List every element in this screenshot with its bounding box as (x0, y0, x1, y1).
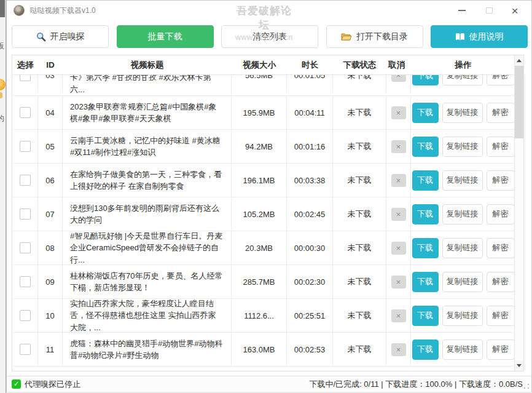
scrollbar-thumb[interactable] (515, 66, 523, 138)
copy-link-button[interactable]: 复制链接 (442, 339, 483, 360)
row-title: 卡》第六季 #甘孜的甘孜 #欢乐大林卡第六... (63, 75, 232, 96)
header-title: 视频标题 (63, 60, 232, 71)
open-download-dir-button[interactable]: 打开下载目录 (326, 25, 423, 48)
x-icon: × (396, 346, 401, 354)
table-row: 11 虎猫：森林中的幽灵猎手#动物世界#动物科普#动物纪录片#野生动物 163.… (12, 333, 515, 367)
x-icon: × (396, 312, 401, 320)
cancel-button[interactable]: × (391, 208, 406, 221)
header-size: 视频大小 (232, 60, 287, 71)
table-row: 06 在家给狗子做美食的第一天，三种零食，看上很好吃的样子 在家自制狗零食 19… (12, 164, 515, 197)
clear-list-label: 清空列表 (252, 31, 287, 42)
decrypt-button[interactable]: 解密 (487, 339, 515, 360)
cancel-button[interactable]: × (391, 242, 406, 255)
cancel-button[interactable]: × (391, 140, 406, 153)
x-icon: × (396, 109, 401, 117)
row-checkbox[interactable] (20, 208, 31, 220)
background-window-fragment (0, 0, 5, 17)
start-sniff-button[interactable]: 开启嗅探 (12, 25, 109, 48)
row-title: 实拍山西乔家大院，豪华程度让人瞠目结舌，怪不得慈禧也想住这里 实拍山西乔家大院，… (63, 299, 232, 332)
cancel-button[interactable]: × (391, 174, 406, 187)
row-duration: 00:03:38 (287, 164, 333, 197)
minimize-icon (458, 10, 466, 11)
arrow-down-icon (517, 364, 522, 367)
video-table: 选择 ID 视频标题 视频大小 时长 下载状态 取消 操作 03 卡》第六季 #… (12, 55, 524, 371)
batch-download-button[interactable]: 批量下载 (117, 25, 214, 48)
x-icon: × (396, 177, 401, 185)
row-size: 195.9MB (232, 96, 287, 129)
help-label: 使用说明 (469, 31, 504, 42)
cancel-button[interactable]: × (391, 343, 406, 356)
decrypt-button[interactable]: 解密 (487, 306, 515, 326)
row-title: 虎猫：森林中的幽灵猎手#动物世界#动物科普#动物纪录片#野生动物 (63, 333, 232, 366)
copy-link-button[interactable]: 复制链接 (442, 170, 483, 191)
row-duration: 00:01:16 (287, 130, 333, 163)
row-checkbox[interactable] (20, 344, 31, 355)
header-actions: 操作 (411, 60, 515, 71)
coin-icon-part (0, 92, 2, 98)
scroll-up-button[interactable] (515, 55, 523, 66)
batch-download-label: 批量下载 (148, 31, 182, 42)
title-bar[interactable]: 哒哒视频下载器v1.0 × (7, 1, 531, 20)
cancel-button[interactable]: × (391, 106, 406, 119)
row-id: 06 (38, 164, 63, 197)
row-checkbox[interactable] (20, 107, 31, 118)
cancel-button[interactable]: × (391, 276, 406, 288)
header-status: 下载状态 (333, 60, 386, 71)
copy-link-button[interactable]: 复制链接 (442, 272, 483, 292)
row-status: 未下载 (333, 96, 386, 129)
row-id: 09 (38, 265, 63, 298)
scroll-down-button[interactable] (515, 360, 523, 371)
copy-link-button[interactable]: 复制链接 (442, 137, 483, 157)
download-button[interactable]: 下载 (412, 137, 439, 157)
help-button[interactable]: 使用说明 (431, 25, 528, 48)
decrypt-button[interactable]: 解密 (487, 272, 515, 292)
table-row: 10 实拍山西乔家大院，豪华程度让人瞠目结舌，怪不得慈禧也想住这里 实拍山西乔家… (12, 299, 515, 333)
download-button[interactable]: 下载 (412, 75, 439, 85)
row-id: 10 (38, 299, 63, 332)
decrypt-button[interactable]: 解密 (487, 238, 515, 258)
decrypt-button[interactable]: 解密 (487, 103, 515, 123)
download-button[interactable]: 下载 (412, 306, 439, 326)
row-id: 04 (38, 96, 63, 129)
cancel-button[interactable]: × (391, 309, 406, 322)
download-button[interactable]: 下载 (412, 204, 439, 224)
resize-grip[interactable] (523, 383, 530, 389)
row-id: 08 (38, 231, 63, 264)
coin-icon (0, 79, 6, 90)
row-id: 03 (38, 75, 63, 92)
start-sniff-label: 开启嗅探 (50, 31, 85, 42)
download-button[interactable]: 下载 (412, 103, 439, 123)
close-button[interactable]: × (504, 1, 525, 20)
copy-link-button[interactable]: 复制链接 (442, 103, 483, 123)
download-stats-text: 下载中/已完成: 0/11 | 下载进度：100.0% | 下载速度：0.0B/… (310, 379, 523, 390)
row-checkbox[interactable] (20, 141, 31, 152)
table-row: 03 卡》第六季 #甘孜的甘孜 #欢乐大林卡第六... 56.5MB 00:01… (12, 75, 515, 96)
decrypt-button[interactable]: 解密 (487, 204, 515, 224)
table-row: 05 云南手工黄冰糖，记忆中的好味道 #黄冰糖#双11#制作过程#涨知识 94.… (12, 130, 515, 164)
decrypt-button[interactable]: 解密 (487, 137, 515, 157)
cancel-button[interactable]: × (391, 75, 406, 82)
download-button[interactable]: 下载 (412, 272, 439, 292)
download-button[interactable]: 下载 (412, 170, 439, 191)
decrypt-button[interactable]: 解密 (487, 75, 515, 85)
table-row: 07 没想到130多年前发明的雨刷背后还有这么大的学问 105.2MB 00:0… (12, 197, 515, 231)
copy-link-button[interactable]: 复制链接 (442, 306, 483, 326)
magnifier-icon (36, 32, 46, 42)
copy-link-button[interactable]: 复制链接 (442, 204, 483, 224)
download-button[interactable]: 下载 (412, 339, 439, 360)
row-checkbox[interactable] (20, 242, 31, 253)
decrypt-button[interactable]: 解密 (487, 170, 515, 191)
row-checkbox[interactable] (20, 175, 31, 186)
download-button[interactable]: 下载 (412, 238, 439, 258)
clear-list-button[interactable]: 清空列表 (221, 25, 318, 48)
vertical-scrollbar[interactable] (514, 55, 523, 371)
row-title: 在家给狗子做美食的第一天，三种零食，看上很好吃的样子 在家自制狗零食 (63, 164, 232, 197)
row-size: 1112.6... (232, 299, 287, 332)
row-checkbox[interactable] (20, 310, 31, 321)
copy-link-button[interactable]: 复制链接 (442, 238, 483, 258)
row-checkbox[interactable] (20, 276, 31, 287)
maximize-button[interactable] (479, 1, 499, 20)
minimize-button[interactable] (452, 1, 472, 20)
row-checkbox[interactable] (20, 75, 31, 81)
copy-link-button[interactable]: 复制链接 (442, 75, 483, 85)
